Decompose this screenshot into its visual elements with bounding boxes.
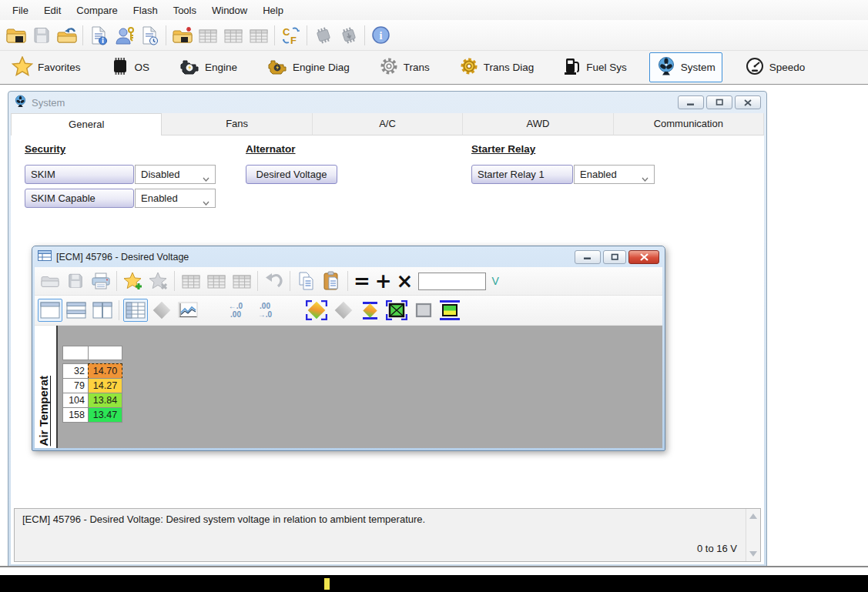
header-cell[interactable] [62,346,89,360]
save-icon[interactable] [29,23,53,47]
minimize-button[interactable] [678,95,704,109]
view-single-icon[interactable] [38,299,62,322]
minimize-button[interactable] [575,250,601,264]
value-cell[interactable]: 13.47 [88,407,122,423]
value-cell[interactable]: 13.84 [88,393,122,408]
gear-icon [379,56,399,79]
ribbon-engine[interactable]: Engine [172,53,244,82]
compare-none-icon[interactable] [411,299,436,322]
menu-window[interactable]: Window [204,2,255,19]
view-table-icon[interactable] [123,299,148,322]
value-input[interactable] [418,273,486,290]
row-header[interactable]: 104 [62,393,89,408]
plus-operator-button[interactable]: + [375,271,392,291]
table-2-icon[interactable] [204,269,228,293]
main-toolbar: CF i [0,20,868,51]
maximize-button[interactable] [603,250,626,264]
compare-all-icon[interactable] [437,299,462,322]
favorite-add-icon[interactable] [121,269,145,293]
color-none-icon[interactable] [331,299,356,322]
starter-relay-select[interactable]: Enabled [574,165,655,184]
favorite-remove-icon[interactable] [146,269,170,293]
ribbon-system[interactable]: System [649,52,722,82]
ribbon-fuel-sys[interactable]: Fuel Sys [556,52,634,82]
equals-operator-button[interactable]: = [354,271,370,291]
skim-label[interactable]: SKIM [25,165,134,184]
desired-voltage-button[interactable]: Desired Voltage [246,165,337,184]
save-icon[interactable] [63,269,87,293]
header-cell[interactable] [88,346,122,360]
paste-icon[interactable] [320,269,344,293]
compare-cf-icon[interactable]: CF [279,23,303,47]
fuel-pump-icon [563,56,581,79]
table-1-icon[interactable] [179,269,203,293]
ribbon-engine-diag[interactable]: Engine Diag [260,53,357,82]
revert-file-icon[interactable] [55,23,79,47]
tab-ac[interactable]: A/C [313,113,463,135]
copy-icon[interactable] [294,269,318,293]
view-vsplit-icon[interactable] [90,299,115,322]
scroll-up-icon[interactable] [749,513,757,519]
cursor-caret [324,578,330,590]
menu-flash[interactable]: Flash [126,2,166,19]
print-icon[interactable] [89,269,112,293]
view-graph-icon[interactable] [176,299,200,322]
tab-fans[interactable]: Fans [162,113,312,135]
undo-icon[interactable] [262,269,286,293]
view-hsplit-icon[interactable] [64,299,89,322]
ribbon-trans[interactable]: Trans [372,52,437,82]
tab-communication[interactable]: Communication [614,113,764,135]
menu-help[interactable]: Help [255,2,291,19]
menu-file[interactable]: File [5,2,36,19]
ribbon-favorites[interactable]: Favorites [5,52,88,82]
read-chip-icon[interactable] [337,23,360,47]
description-scrollbar[interactable] [746,509,760,561]
skim-capable-value: Enabled [141,192,178,204]
menu-edit[interactable]: Edit [36,2,69,19]
open-compare-icon[interactable] [170,23,194,47]
table-3-icon[interactable] [230,269,253,293]
color-all-icon[interactable] [357,299,382,322]
ribbon-speedo[interactable]: Speedo [738,52,813,82]
menu-compare[interactable]: Compare [69,2,125,19]
info-icon[interactable]: i [369,23,393,47]
decimal-increase-button[interactable]: .00 →.0 [253,299,277,322]
row-header[interactable]: 32 [62,363,89,379]
close-button[interactable] [735,95,761,109]
row-header[interactable]: 79 [62,378,89,393]
value-cell-selected[interactable]: 14.70 [88,363,122,379]
write-chip-icon[interactable] [311,23,335,47]
open-file-icon[interactable] [4,23,28,47]
ecm-titlebar[interactable]: [ECM] 45796 - Desired Voltage [32,246,665,267]
open-icon[interactable] [38,269,62,293]
color-selection-icon[interactable] [303,299,330,322]
row-header[interactable]: 158 [62,407,89,423]
table-new-1-icon[interactable] [196,23,220,47]
view-surface-icon[interactable] [149,299,174,322]
skim-capable-select[interactable]: Enabled [135,189,216,208]
value-cell[interactable]: 14.27 [88,378,122,393]
starter-relay-label[interactable]: Starter Relay 1 [471,165,573,184]
license-key-icon[interactable] [112,23,136,47]
skim-select[interactable]: Disabled [135,165,216,184]
decimal-decrease-button[interactable]: ←.0 .00 [223,299,248,322]
table-new-2-icon[interactable] [221,23,245,47]
menu-tools[interactable]: Tools [166,2,204,19]
tab-general[interactable]: General [11,113,162,135]
skim-capable-label[interactable]: SKIM Capable [25,189,134,208]
file-history-icon[interactable] [138,23,162,47]
scroll-down-icon[interactable] [749,551,757,557]
file-info-icon[interactable] [87,23,111,47]
restore-button[interactable] [706,95,732,109]
ribbon-os[interactable]: OS [103,52,157,82]
multiply-operator-button[interactable]: × [397,271,414,291]
ribbon-trans-diag[interactable]: Trans Diag [452,52,541,82]
tab-awd[interactable]: AWD [463,113,613,135]
compare-selection-icon[interactable] [384,299,410,322]
close-button[interactable] [628,250,659,264]
table-row: 32 14.70 [62,363,122,379]
table-new-3-icon[interactable] [246,23,270,47]
ribbon-label: System [681,62,716,73]
category-ribbon: Favorites OS Engine Engine Diag Trans Tr… [0,51,868,85]
system-titlebar[interactable]: System [8,92,766,113]
